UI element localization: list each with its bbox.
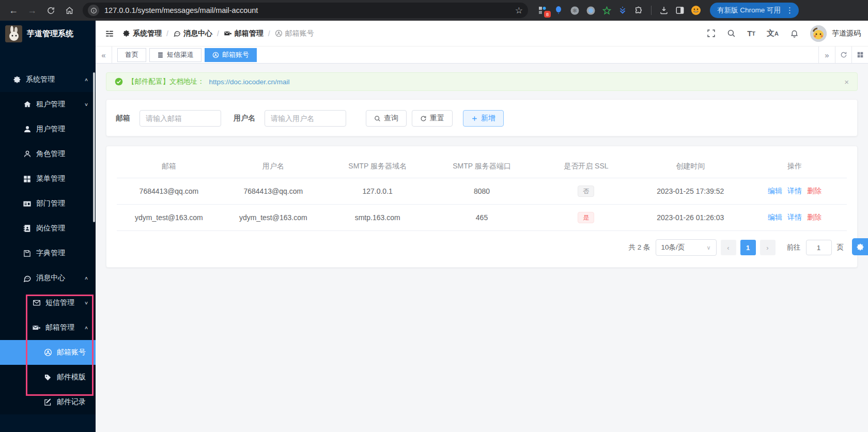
sidebar-scrollbar[interactable] bbox=[93, 72, 95, 222]
reload-icon[interactable] bbox=[42, 2, 59, 19]
cell-host: 127.0.0.1 bbox=[326, 178, 430, 205]
sidebar-item-user[interactable]: 用户管理 bbox=[0, 117, 96, 142]
username-input[interactable] bbox=[265, 110, 346, 127]
tab-sms-channel[interactable]: 短信渠道 bbox=[149, 48, 202, 62]
sidebar-item-label: 租户管理 bbox=[36, 100, 80, 109]
sidebar-fold-icon[interactable] bbox=[103, 29, 116, 38]
search-icon[interactable] bbox=[727, 29, 736, 38]
bookmark-star-icon[interactable]: ☆ bbox=[515, 5, 523, 16]
breadcrumb-item-mail[interactable]: 邮箱管理 bbox=[224, 29, 264, 38]
breadcrumb-separator: / bbox=[217, 29, 219, 38]
sidebar-item-label: 邮件记录 bbox=[57, 397, 88, 407]
extensions-puzzle-icon[interactable] bbox=[633, 5, 644, 16]
content-area: 【邮件配置】文档地址： https://doc.iocoder.cn/mail … bbox=[96, 64, 868, 432]
sms-channel-icon bbox=[157, 52, 164, 58]
user-outline-icon bbox=[23, 150, 32, 158]
url-text[interactable]: 127.0.0.1/system/messages/mail/mail-acco… bbox=[104, 6, 511, 14]
page-number-button[interactable]: 1 bbox=[740, 240, 756, 255]
extension-chevrons-icon[interactable] bbox=[617, 5, 628, 16]
alert-close-icon[interactable]: × bbox=[844, 78, 849, 86]
side-panel-icon[interactable] bbox=[675, 5, 685, 16]
downloads-icon[interactable] bbox=[659, 5, 669, 16]
add-button[interactable]: 新增 bbox=[463, 110, 504, 127]
sidebar-item-tenant[interactable]: 租户管理 ∨ bbox=[0, 92, 96, 117]
dictionary-icon bbox=[23, 250, 32, 257]
edit-link[interactable]: 编辑 bbox=[768, 187, 782, 196]
forward-icon[interactable]: → bbox=[24, 2, 40, 19]
user-avatar[interactable] bbox=[810, 25, 827, 42]
email-input[interactable] bbox=[140, 110, 221, 127]
profile-emoji-icon[interactable] bbox=[691, 5, 701, 16]
tabs-refresh-icon[interactable] bbox=[835, 47, 851, 63]
sidebar-item-sms[interactable]: 短信管理 ∨ bbox=[0, 290, 96, 315]
locale-icon[interactable]: 文A bbox=[767, 28, 779, 38]
sidebar-item-mail-log[interactable]: 邮件记录 bbox=[0, 390, 96, 414]
site-info-icon[interactable] bbox=[88, 5, 99, 16]
sidebar-item-message-center[interactable]: 消息中心 ∧ bbox=[0, 266, 96, 290]
sidebar-item-dict[interactable]: 字典管理 bbox=[0, 241, 96, 266]
sidebar-menu: 系统管理 ∧ 租户管理 ∨ 用户管理 角色管理 bbox=[0, 67, 96, 414]
username-label: 用户名 bbox=[234, 114, 255, 123]
sidebar-item-label: 短信管理 bbox=[45, 298, 80, 307]
sidebar: 芋道管理系统 系统管理 ∧ 租户管理 ∨ 用户管理 bbox=[0, 21, 96, 432]
circle-user-icon bbox=[43, 348, 52, 357]
theme-settings-button[interactable] bbox=[852, 238, 868, 255]
breadcrumb-item-mail-account: 邮箱账号 bbox=[275, 29, 314, 38]
sidebar-item-mail[interactable]: 邮箱管理 ∧ bbox=[0, 315, 96, 340]
username[interactable]: 芋道源码 bbox=[832, 29, 861, 38]
tabs-scroll-right-icon[interactable]: » bbox=[818, 47, 835, 63]
column-header: 操作 bbox=[742, 156, 847, 178]
sidebar-item-label: 角色管理 bbox=[36, 149, 88, 159]
query-button[interactable]: 查询 bbox=[366, 110, 407, 127]
breadcrumb-separator: / bbox=[268, 29, 270, 38]
tabs-menu-icon[interactable] bbox=[851, 47, 868, 63]
sidebar-item-mail-template[interactable]: 邮件模版 bbox=[0, 365, 96, 390]
sidebar-item-label: 字典管理 bbox=[36, 249, 88, 258]
breadcrumb-item-message[interactable]: 消息中心 bbox=[173, 29, 212, 38]
extension-green-star-icon[interactable] bbox=[601, 5, 612, 16]
table-header-row: 邮箱 用户名 SMTP 服务器域名 SMTP 服务器端口 是否开启 SSL 创建… bbox=[117, 156, 847, 178]
edit-link[interactable]: 编辑 bbox=[768, 213, 782, 222]
detail-link[interactable]: 详情 bbox=[787, 213, 802, 222]
sidebar-item-label: 邮件模版 bbox=[57, 373, 88, 382]
font-size-icon[interactable]: TT bbox=[747, 29, 755, 38]
sidebar-item-mail-account[interactable]: 邮箱账号 bbox=[0, 340, 96, 365]
sidebar-item-system[interactable]: 系统管理 ∧ bbox=[0, 67, 96, 92]
circle-user-icon bbox=[275, 29, 283, 37]
delete-link[interactable]: 删除 bbox=[807, 187, 822, 196]
back-icon[interactable]: ← bbox=[5, 2, 22, 19]
tab-mail-account[interactable]: 邮箱账号 bbox=[205, 48, 257, 62]
page: ← → 127.0.0.1/system/messages/mail/mail-… bbox=[0, 0, 868, 432]
extension-gray-circle-icon[interactable]: ✻ bbox=[569, 5, 580, 16]
sidebar-header[interactable]: 芋道管理系统 bbox=[0, 21, 96, 47]
tabs-scroll-left-icon[interactable]: « bbox=[96, 47, 112, 63]
sidebar-item-role[interactable]: 角色管理 bbox=[0, 142, 96, 166]
breadcrumb-label: 邮箱管理 bbox=[235, 29, 264, 38]
fullscreen-icon[interactable] bbox=[707, 29, 716, 38]
alert-doc-link[interactable]: https://doc.iocoder.cn/mail bbox=[209, 78, 290, 86]
bell-icon[interactable] bbox=[790, 29, 799, 38]
address-bar[interactable]: 127.0.0.1/system/messages/mail/mail-acco… bbox=[83, 3, 528, 18]
sidebar-item-menu[interactable]: 菜单管理 bbox=[0, 166, 96, 191]
home-icon[interactable] bbox=[61, 2, 78, 19]
cell-email: 7684413@qq.com bbox=[117, 178, 221, 205]
goto-page-input[interactable] bbox=[806, 240, 832, 255]
sidebar-item-post[interactable]: 岗位管理 bbox=[0, 216, 96, 241]
table-row: ydym_test@163.com ydym_test@163.com smtp… bbox=[117, 205, 847, 231]
page-size-select[interactable]: 10条/页 ∨ bbox=[656, 239, 717, 256]
detail-link[interactable]: 详情 bbox=[787, 187, 802, 196]
prev-page-button[interactable]: ‹ bbox=[721, 240, 736, 255]
chrome-update-button[interactable]: 有新版 Chrome 可用 ⋮ bbox=[710, 3, 799, 18]
tab-home[interactable]: 首页 bbox=[117, 48, 146, 62]
breadcrumb-item-system[interactable]: 系统管理 bbox=[122, 29, 162, 38]
next-page-button[interactable]: › bbox=[760, 240, 776, 255]
breadcrumb-label: 消息中心 bbox=[183, 29, 212, 38]
extension-dot-circle-icon[interactable] bbox=[585, 5, 596, 16]
extension-blocks-icon[interactable]: 8 bbox=[537, 5, 548, 16]
grid-icon bbox=[23, 175, 32, 183]
sidebar-item-dept[interactable]: 部门管理 bbox=[0, 191, 96, 216]
extension-balloon-icon[interactable] bbox=[553, 5, 564, 16]
reset-button[interactable]: 重置 bbox=[412, 110, 453, 127]
browser-menu-icon[interactable]: ⋮ bbox=[784, 6, 796, 15]
delete-link[interactable]: 删除 bbox=[807, 213, 822, 222]
